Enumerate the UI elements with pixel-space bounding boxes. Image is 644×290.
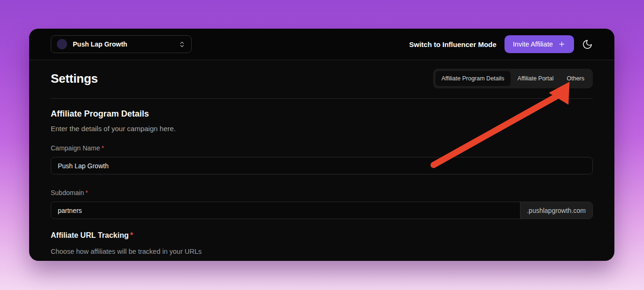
invite-affiliate-button[interactable]: Invite Affiliate — [504, 35, 574, 53]
header-row: Settings Affiliate Program Details Affil… — [51, 69, 593, 88]
subdomain-suffix: .pushlapgrowth.com — [520, 202, 592, 219]
workspace-avatar — [57, 39, 67, 49]
topbar: Push Lap Growth Switch to Influencer Mod… — [29, 29, 614, 60]
tab-affiliate-program-details[interactable]: Affiliate Program Details — [435, 71, 511, 86]
section-subheading: Enter the details of your campaign here. — [51, 125, 593, 133]
subdomain-label-text: Subdomain — [51, 189, 84, 196]
moon-icon — [582, 39, 593, 50]
url-tracking-description: Choose how affiliates will be tracked in… — [51, 248, 593, 255]
tab-affiliate-portal[interactable]: Affiliate Portal — [512, 71, 560, 86]
settings-content: Settings Affiliate Program Details Affil… — [29, 60, 614, 261]
theme-toggle-button[interactable] — [582, 39, 593, 50]
workspace-selector[interactable]: Push Lap Growth — [51, 35, 192, 53]
required-asterisk: * — [130, 231, 133, 239]
workspace-name: Push Lap Growth — [73, 40, 173, 48]
url-tracking-label-text: Affiliate URL Tracking — [51, 231, 129, 239]
topbar-actions: Switch to Influencer Mode Invite Affilia… — [409, 35, 593, 53]
header-divider — [51, 98, 593, 99]
section-heading: Affiliate Program Details — [51, 109, 593, 119]
subdomain-label: Subdomain* — [51, 189, 88, 196]
campaign-name-field: Campaign Name* — [51, 144, 593, 174]
required-asterisk: * — [85, 189, 88, 196]
campaign-name-label-text: Campaign Name — [51, 144, 100, 152]
settings-tabs: Affiliate Program Details Affiliate Port… — [433, 69, 593, 88]
chevrons-up-down-icon — [178, 41, 186, 48]
switch-mode-link[interactable]: Switch to Influencer Mode — [409, 40, 497, 48]
subdomain-input[interactable] — [51, 202, 520, 219]
invite-affiliate-label: Invite Affiliate — [513, 40, 553, 48]
subdomain-field: Subdomain* .pushlapgrowth.com — [51, 188, 593, 219]
settings-window: Push Lap Growth Switch to Influencer Mod… — [29, 29, 614, 261]
page-title: Settings — [51, 71, 98, 86]
campaign-name-input[interactable] — [51, 157, 593, 174]
url-tracking-heading: Affiliate URL Tracking* — [51, 231, 593, 240]
plus-icon — [558, 40, 566, 48]
required-asterisk: * — [101, 144, 104, 152]
tab-others[interactable]: Others — [560, 71, 590, 86]
subdomain-input-group: .pushlapgrowth.com — [51, 202, 593, 219]
campaign-name-label: Campaign Name* — [51, 144, 104, 152]
